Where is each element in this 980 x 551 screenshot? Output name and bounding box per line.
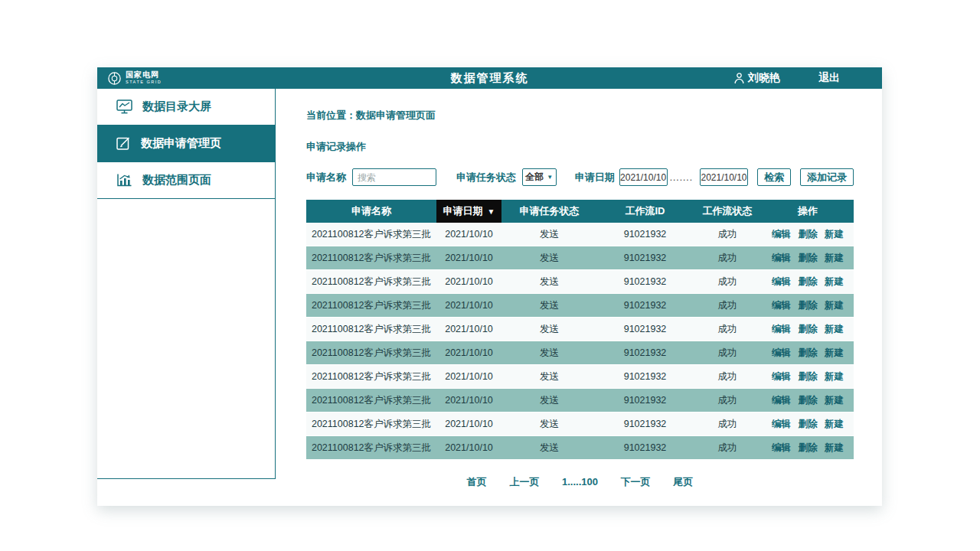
create-link[interactable]: 新建 xyxy=(825,300,844,311)
cell-application-date: 2021/10/10 xyxy=(436,223,501,246)
column-header-date-sorted[interactable]: 申请日期▼ xyxy=(436,200,501,223)
pagination: 首页 上一页 1.....100 下一页 尾页 xyxy=(306,475,854,489)
create-link[interactable]: 新建 xyxy=(825,419,844,429)
section-title: 申请记录操作 xyxy=(306,140,854,154)
delete-link[interactable]: 删除 xyxy=(799,229,818,240)
column-header-workflow-status[interactable]: 工作流状态 xyxy=(693,200,762,223)
cell-application-date: 2021/10/10 xyxy=(436,246,501,270)
delete-link[interactable]: 删除 xyxy=(799,300,818,311)
cell-application-name: 2021100812客户诉求第三批 xyxy=(306,318,436,341)
pagination-prev[interactable]: 上一页 xyxy=(509,476,539,487)
cell-task-status: 发送 xyxy=(501,294,597,318)
create-link[interactable]: 新建 xyxy=(825,229,844,240)
table-row: 2021100812客户诉求第三批 2021/10/10 发送 91021932… xyxy=(306,365,854,389)
cell-actions: 编辑 删除 新建 xyxy=(762,365,854,389)
column-header-status[interactable]: 申请任务状态 xyxy=(501,200,597,223)
create-link[interactable]: 新建 xyxy=(825,442,844,453)
sidebar-item-data-scope[interactable]: 数据范围页面 xyxy=(97,162,275,199)
delete-link[interactable]: 删除 xyxy=(799,347,818,358)
create-link[interactable]: 新建 xyxy=(825,395,844,406)
cell-task-status: 发送 xyxy=(501,341,597,365)
column-header-name[interactable]: 申请名称 xyxy=(306,200,436,223)
delete-link[interactable]: 删除 xyxy=(799,395,818,406)
edit-link[interactable]: 编辑 xyxy=(772,324,791,334)
cell-application-date: 2021/10/10 xyxy=(436,341,501,365)
cell-application-name: 2021100812客户诉求第三批 xyxy=(306,389,436,412)
edit-link[interactable]: 编辑 xyxy=(772,253,791,263)
edit-link[interactable]: 编辑 xyxy=(772,347,791,358)
cell-task-status: 发送 xyxy=(501,436,597,460)
cell-application-date: 2021/10/10 xyxy=(436,270,501,294)
cell-task-status: 发送 xyxy=(501,318,597,341)
cell-application-name: 2021100812客户诉求第三批 xyxy=(306,246,436,270)
cell-workflow-id: 91021932 xyxy=(597,294,693,318)
status-filter-label: 申请任务状态 xyxy=(456,171,516,184)
main-content: 当前位置：数据申请管理页面 申请记录操作 申请名称 申请任务状态 全部 ▼ 申请… xyxy=(306,89,854,489)
chevron-down-icon: ▼ xyxy=(547,174,553,181)
cell-workflow-status: 成功 xyxy=(693,223,762,246)
delete-link[interactable]: 删除 xyxy=(799,324,818,334)
date-range-separator: ....... xyxy=(670,172,693,183)
pagination-first[interactable]: 首页 xyxy=(467,476,487,487)
cell-actions: 编辑 删除 新建 xyxy=(762,223,854,246)
cell-workflow-status: 成功 xyxy=(693,270,762,294)
edit-link[interactable]: 编辑 xyxy=(772,300,791,311)
delete-link[interactable]: 删除 xyxy=(799,419,818,429)
cell-task-status: 发送 xyxy=(501,270,597,294)
date-to-input[interactable]: 2021/10/10 xyxy=(700,168,748,186)
table-row: 2021100812客户诉求第三批 2021/10/10 发送 91021932… xyxy=(306,294,854,318)
edit-link[interactable]: 编辑 xyxy=(772,442,791,453)
cell-application-name: 2021100812客户诉求第三批 xyxy=(306,270,436,294)
table-row: 2021100812客户诉求第三批 2021/10/10 发送 91021932… xyxy=(306,270,854,294)
search-button[interactable]: 检索 xyxy=(757,168,791,186)
edit-link[interactable]: 编辑 xyxy=(772,371,791,382)
column-header-actions: 操作 xyxy=(762,200,854,223)
cell-workflow-id: 91021932 xyxy=(597,365,693,389)
cell-application-date: 2021/10/10 xyxy=(436,389,501,412)
name-filter-label: 申请名称 xyxy=(306,171,346,184)
cell-actions: 编辑 删除 新建 xyxy=(762,270,854,294)
cell-workflow-id: 91021932 xyxy=(597,246,693,270)
sidebar-item-data-catalog[interactable]: 数据目录大屏 xyxy=(97,89,275,126)
sidebar-item-label: 数据申请管理页 xyxy=(141,136,221,151)
cell-application-name: 2021100812客户诉求第三批 xyxy=(306,436,436,460)
sidebar-item-label: 数据目录大屏 xyxy=(142,99,211,114)
cell-application-date: 2021/10/10 xyxy=(436,365,501,389)
cell-workflow-id: 91021932 xyxy=(597,412,693,436)
table-row: 2021100812客户诉求第三批 2021/10/10 发送 91021932… xyxy=(306,412,854,436)
edit-link[interactable]: 编辑 xyxy=(772,419,791,429)
cell-task-status: 发送 xyxy=(501,389,597,412)
table-row: 2021100812客户诉求第三批 2021/10/10 发送 91021932… xyxy=(306,318,854,341)
date-from-input[interactable]: 2021/10/10 xyxy=(619,168,668,186)
delete-link[interactable]: 删除 xyxy=(799,371,818,382)
delete-link[interactable]: 删除 xyxy=(799,276,818,287)
cell-application-name: 2021100812客户诉求第三批 xyxy=(306,412,436,436)
create-link[interactable]: 新建 xyxy=(825,371,844,382)
cell-actions: 编辑 删除 新建 xyxy=(762,412,854,436)
sidebar-item-data-application[interactable]: 数据申请管理页 xyxy=(97,126,275,162)
app-window: 国家电网 STATE GRID 数据管理系统 刘晓艳 退出 xyxy=(97,67,882,506)
delete-link[interactable]: 删除 xyxy=(799,442,818,453)
status-select[interactable]: 全部 ▼ xyxy=(522,168,557,186)
create-link[interactable]: 新建 xyxy=(825,347,844,358)
user-block: 刘晓艳 xyxy=(734,71,780,85)
pagination-next[interactable]: 下一页 xyxy=(621,476,651,487)
edit-link[interactable]: 编辑 xyxy=(772,229,791,240)
logout-button[interactable]: 退出 xyxy=(818,71,840,85)
cell-workflow-id: 91021932 xyxy=(597,341,693,365)
pagination-last[interactable]: 尾页 xyxy=(673,476,693,487)
add-record-button[interactable]: 添加记录 xyxy=(800,168,854,186)
create-link[interactable]: 新建 xyxy=(825,253,844,263)
search-input[interactable] xyxy=(352,168,436,186)
cell-workflow-status: 成功 xyxy=(693,389,762,412)
table-body: 2021100812客户诉求第三批 2021/10/10 发送 91021932… xyxy=(306,223,854,460)
edit-link[interactable]: 编辑 xyxy=(772,395,791,406)
edit-link[interactable]: 编辑 xyxy=(772,276,791,287)
cell-workflow-status: 成功 xyxy=(693,318,762,341)
cell-application-name: 2021100812客户诉求第三批 xyxy=(306,294,436,318)
create-link[interactable]: 新建 xyxy=(825,276,844,287)
create-link[interactable]: 新建 xyxy=(825,324,844,334)
breadcrumb: 当前位置：数据申请管理页面 xyxy=(306,109,854,122)
delete-link[interactable]: 删除 xyxy=(799,253,818,263)
column-header-workflow-id[interactable]: 工作流ID xyxy=(597,200,693,223)
